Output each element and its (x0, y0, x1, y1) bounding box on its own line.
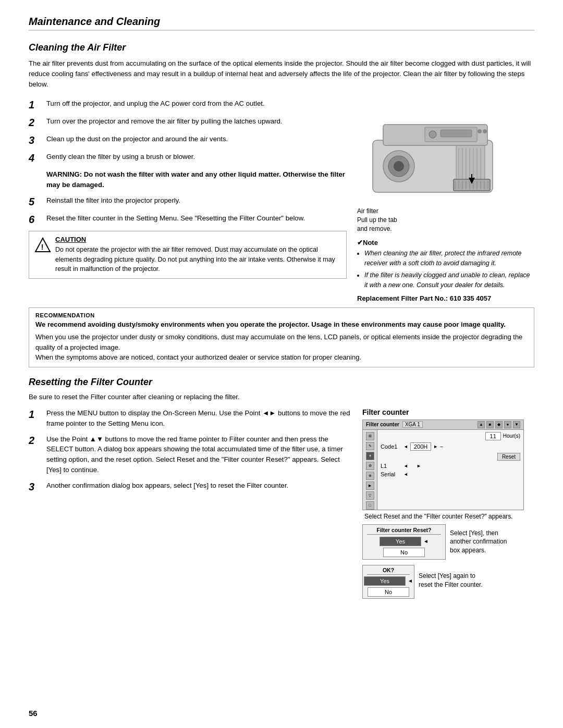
hicon-4: ● (504, 421, 511, 428)
step-1-text: Turn off the projector, and unplug the A… (46, 98, 265, 109)
step-4: 4 Gently clean the filter by using a bru… (29, 152, 347, 164)
cleaning-intro: The air filter prevents dust from accumu… (29, 58, 534, 89)
code1-row: Code1 ◄ 200H ► – (381, 442, 520, 451)
l1-arrow-r: ► (417, 463, 421, 468)
serial-label: Serial (381, 471, 401, 477)
sidebar-icon-5: ⊕ (366, 472, 374, 480)
reset-button[interactable]: Reset (497, 453, 520, 461)
step-5: 5 Reinstall the filter into the projecto… (29, 195, 347, 208)
filter-sidebar: ⊞ ✎ ☀ ⚙ ⊕ ▶ ▽ □ (363, 430, 377, 510)
svg-point-28 (429, 131, 436, 138)
header-icons: ▲ ■ ◆ ● ▼ (478, 421, 520, 428)
step-6-text: Reset the filter counter in the Setting … (46, 213, 305, 224)
reset-step-2-text: Use the Point ▲▼ buttons to move the red… (46, 434, 352, 475)
recommendation-section: RECOMMENDATION We recommend avoiding dus… (29, 307, 534, 367)
caution-icon: ! (34, 237, 51, 253)
filter-header-signal: XGA 1 (402, 421, 423, 428)
step-1: 1 Turn off the projector, and unplug the… (29, 98, 347, 111)
reset-step-3-num: 3 (29, 480, 43, 493)
l1-arrow: ◄ (403, 463, 408, 468)
popup2-no-btn[interactable]: No (368, 587, 409, 597)
svg-point-30 (478, 129, 482, 133)
step-5-num: 5 (29, 195, 43, 208)
svg-rect-29 (440, 130, 472, 137)
sidebar-icon-6: ▶ (366, 482, 374, 490)
note-bullets: When cleaning the air filter, protect th… (364, 249, 534, 291)
step-2-text: Turn over the projector and remove the a… (46, 116, 283, 127)
rec-label: RECOMMENDATION (35, 312, 528, 318)
step-6: 6 Reset the filter counter in the Settin… (29, 213, 347, 226)
code1-value: 200H (410, 442, 431, 451)
popup1-area: Filter counter Reset? Yes ◄ No Select [Y… (362, 524, 534, 560)
sidebar-icon-8: □ (366, 501, 374, 510)
reset-annotation: Select Reset and the "Filter counter Res… (364, 512, 526, 521)
page-container: Maintenance and Cleaning Cleaning the Ai… (0, 0, 563, 728)
caution-text: Do not operate the projector with the ai… (55, 245, 341, 274)
resetting-section: Resetting the Filter Counter Be sure to … (29, 377, 534, 602)
image-caption: Air filter Pull up the tab and remove. (357, 207, 397, 233)
resetting-title: Resetting the Filter Counter (29, 377, 534, 388)
caution-box: ! CAUTION Do not operate the projector w… (29, 231, 347, 279)
sidebar-icon-4: ⚙ (366, 462, 374, 470)
note-box: ✔Note When cleaning the air filter, prot… (357, 239, 534, 303)
sidebar-icon-2: ✎ (366, 442, 374, 450)
popup2-area: OK? Yes ◄ No Select [Yes] again to reset… (362, 563, 534, 599)
sidebar-icon-7: ▽ (366, 491, 374, 500)
caption-line2: Pull up the tab (357, 216, 397, 224)
page-header-title: Maintenance and Cleaning (29, 16, 160, 27)
popup1-no-btn[interactable]: No (383, 548, 425, 557)
reset-step-1-text: Press the MENU button to display the On-… (46, 408, 352, 429)
caption-line1: Air filter (357, 207, 378, 215)
reset-step-2-num: 2 (29, 434, 43, 447)
resetting-two-col: 1 Press the MENU button to display the O… (29, 408, 534, 602)
serial-arrow: ◄ (403, 472, 408, 477)
popup1-btns: Yes ◄ No (367, 537, 441, 557)
projector-image (357, 98, 519, 203)
filter-counter-title: Filter counter (362, 408, 534, 416)
popup2-btns: Yes ◄ No (367, 576, 410, 597)
step-3: 3 Clean up the dust on the projector and… (29, 134, 347, 146)
cleaning-right-col: Air filter Pull up the tab and remove. ✔… (357, 98, 534, 302)
sidebar-icon-3: ☀ (366, 452, 374, 460)
step-2: 2 Turn over the projector and remove the… (29, 116, 347, 129)
resetting-left-col: 1 Press the MENU button to display the O… (29, 408, 352, 602)
note-bullet-1: When cleaning the air filter, protect th… (364, 249, 534, 269)
step-3-num: 3 (29, 134, 43, 146)
popup2-arrow: ◄ (408, 578, 413, 584)
resetting-right-col: Filter counter Filter counter XGA 1 ▲ ■ … (362, 408, 534, 602)
step-3-text: Clean up the dust on the projector and a… (46, 134, 228, 144)
reset-step-1: 1 Press the MENU button to display the O… (29, 408, 352, 429)
code1-arrow-left: ◄ (403, 444, 408, 449)
popup1-yes-btn[interactable]: Yes (380, 537, 421, 546)
rec-text1: When you use the projector under dusty o… (35, 332, 528, 352)
rec-bold: We recommend avoiding dusty/smoky enviro… (35, 320, 528, 329)
step-4-num: 4 (29, 152, 43, 164)
rec-text2: When the symptoms above are noticed, con… (35, 352, 528, 363)
hours-label: Hour(s) (503, 433, 520, 439)
caution-title: CAUTION (55, 236, 341, 243)
hicon-5: ▼ (513, 421, 520, 428)
cleaning-left-col: 1 Turn off the projector, and unplug the… (29, 98, 347, 302)
note-title: ✔Note (357, 239, 534, 246)
step-6-num: 6 (29, 213, 43, 226)
hours-row: 11 Hour(s) (381, 432, 520, 440)
page-number: 56 (29, 709, 38, 718)
caution-content: CAUTION Do not operate the projector wit… (55, 236, 341, 274)
step-1-num: 1 (29, 98, 43, 111)
svg-text:!: ! (41, 243, 44, 251)
replacement-text: Replacement Filter Part No.: 610 335 405… (357, 294, 534, 302)
reset-step-2: 2 Use the Point ▲▼ buttons to move the r… (29, 434, 352, 475)
popup2-title: OK? (367, 567, 410, 575)
resetting-intro: Be sure to reset the Filter counter afte… (29, 393, 534, 401)
filter-main: 11 Hour(s) Code1 ◄ 200H ► – (377, 430, 523, 510)
svg-point-31 (483, 129, 487, 133)
reset-row: Reset (381, 453, 520, 461)
cleaning-section: Cleaning the Air Filter The air filter p… (29, 42, 534, 367)
reset-step-3: 3 Another confirmation dialog box appear… (29, 480, 352, 493)
popup2-yes-btn[interactable]: Yes (364, 576, 406, 586)
popup2-box: OK? Yes ◄ No (362, 565, 414, 599)
reset-step-1-num: 1 (29, 408, 43, 421)
l1-row: L1 ◄ ► (381, 463, 520, 469)
code1-label: Code1 (381, 443, 401, 450)
serial-row: Serial ◄ (381, 471, 520, 477)
